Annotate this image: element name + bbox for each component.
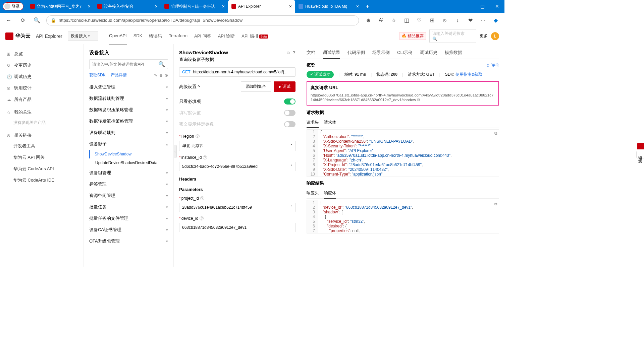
search-button[interactable]: 🔍 bbox=[32, 16, 42, 25]
copilot-icon[interactable]: ◆ bbox=[491, 16, 500, 25]
result-tab[interactable]: 代码示例 bbox=[347, 48, 365, 59]
collections-icon[interactable]: ♡ bbox=[415, 16, 424, 25]
project-id-select[interactable]: 28add376c01e4a61ac8b621c714bf459˅ bbox=[179, 203, 296, 212]
region-select[interactable]: 华北-北京四˅ bbox=[179, 141, 296, 151]
sidebar-item[interactable]: ↻变更历史 bbox=[0, 60, 84, 71]
tree-group[interactable]: 资源空间管理▾ bbox=[84, 190, 173, 201]
nav-tab[interactable]: 错误码 bbox=[149, 32, 162, 41]
advanced-settings[interactable]: 高级设置 ^ bbox=[179, 84, 200, 90]
get-sdk-link[interactable]: 获取SDK bbox=[89, 72, 106, 78]
nav-tab[interactable]: API 编排Beta bbox=[241, 32, 268, 41]
result-tab[interactable]: CLI示例 bbox=[397, 48, 413, 59]
result-tab[interactable]: 模拟数据 bbox=[445, 48, 462, 59]
instance-id-select[interactable]: 5d6cfc34-badb-4d72-956e-897b512a9eed˅ bbox=[179, 162, 296, 171]
related-link[interactable]: 华为云 CodeArts IDE bbox=[0, 175, 84, 186]
refresh-button[interactable]: ⟳ bbox=[18, 16, 28, 25]
split-icon[interactable]: ◫ bbox=[402, 16, 411, 25]
new-tab-button[interactable]: + bbox=[362, 3, 373, 10]
close-tab-icon[interactable]: × bbox=[356, 4, 359, 9]
tree-group[interactable]: 批量任务▾ bbox=[84, 201, 173, 213]
read-aloud-icon[interactable]: A⁾ bbox=[376, 16, 386, 25]
related-link[interactable]: 开发者工具 bbox=[0, 140, 84, 152]
tree-group[interactable]: 数据转发积压策略管理▾ bbox=[84, 104, 173, 116]
show-secret-toggle[interactable] bbox=[284, 121, 296, 127]
panel-collapse-handle[interactable]: ‹ bbox=[174, 145, 177, 158]
service-select[interactable]: 设备接入 ▾ bbox=[68, 31, 98, 41]
inner-tab[interactable]: 请求体 bbox=[324, 118, 336, 128]
sidebar-item[interactable]: ⊙调用统计 bbox=[0, 82, 84, 94]
copy-url-icon[interactable]: ⧉ bbox=[417, 98, 420, 102]
close-tab-icon[interactable]: × bbox=[222, 4, 225, 9]
help-icon[interactable]: ? bbox=[292, 50, 296, 55]
related-link[interactable]: 华为云 API 网关 bbox=[0, 152, 84, 163]
help-icon[interactable]: ? bbox=[196, 134, 200, 138]
lang-icon[interactable]: ⊕ bbox=[159, 73, 163, 78]
tree-api-item[interactable]: UpdateDeviceShadowDesiredData bbox=[84, 158, 173, 167]
tree-group[interactable]: 设备联动规则▾ bbox=[84, 127, 173, 138]
minimize-button[interactable]: — bbox=[460, 0, 475, 13]
browser-tab[interactable]: 管理控制台 - 统一身份认× bbox=[161, 0, 228, 13]
nav-search[interactable]: 请输入关键词搜索 🔍 bbox=[429, 29, 476, 43]
downloads-icon[interactable]: ↓ bbox=[453, 16, 462, 25]
result-tab[interactable]: 调试结果 bbox=[323, 48, 340, 59]
tree-group[interactable]: 批量任务的文件管理▾ bbox=[84, 213, 173, 224]
maximize-button[interactable]: ▢ bbox=[475, 0, 490, 13]
help-icon[interactable]: ? bbox=[200, 196, 204, 200]
my-follow-section[interactable]: ☆ 我的关注 bbox=[0, 105, 84, 117]
favorite-icon[interactable]: ☆ bbox=[389, 16, 398, 25]
add-to-collection-button[interactable]: 添加到集合 bbox=[241, 81, 271, 92]
close-tab-icon[interactable]: × bbox=[289, 4, 292, 9]
tree-group[interactable]: 设备组管理▾ bbox=[84, 167, 173, 179]
close-tab-icon[interactable]: × bbox=[88, 4, 91, 9]
result-tab[interactable]: 场景示例 bbox=[372, 48, 390, 59]
tree-group[interactable]: OTA升级包管理▾ bbox=[84, 235, 173, 247]
device-id-input[interactable]: 663cb18871d845632a0912e7_dev1 bbox=[179, 223, 296, 232]
product-name[interactable]: API Explorer bbox=[36, 33, 62, 39]
sdk-guide-link[interactable]: 使用指南&获取 bbox=[455, 72, 482, 77]
only-required-toggle[interactable] bbox=[284, 98, 296, 105]
tree-group[interactable]: 设备CA证书管理▾ bbox=[84, 224, 173, 235]
debug-button[interactable]: 调试 bbox=[274, 81, 296, 92]
nav-tab[interactable]: Terraform bbox=[169, 32, 187, 41]
nav-tab[interactable]: SDK bbox=[133, 32, 143, 41]
fill-default-toggle[interactable] bbox=[284, 110, 296, 116]
inner-tab[interactable]: 响应体 bbox=[324, 188, 336, 199]
help-icon[interactable]: ? bbox=[200, 216, 204, 220]
browser-tab[interactable]: Huaweicloud IoTDA Mq× bbox=[295, 0, 362, 13]
api-search[interactable]: 🔍 bbox=[89, 59, 168, 69]
nav-tab[interactable]: API 问答 bbox=[194, 32, 211, 41]
user-avatar[interactable]: L bbox=[491, 32, 499, 40]
result-tab[interactable]: 调试历史 bbox=[420, 48, 437, 59]
product-detail-link[interactable]: 产品详情 bbox=[111, 72, 127, 78]
url-input[interactable]: 🔒 https://console.huaweicloud.com/apiexp… bbox=[46, 15, 359, 25]
extensions-icon[interactable]: ⊞ bbox=[427, 16, 437, 25]
help-icon[interactable]: ? bbox=[203, 155, 207, 159]
menu-icon[interactable]: ⋯ bbox=[478, 16, 488, 25]
zoom-icon[interactable]: ⊕ bbox=[364, 16, 373, 25]
nav-tab[interactable]: OpenAPI bbox=[109, 32, 127, 41]
eval-link[interactable]: ☺ 评价 bbox=[486, 63, 499, 68]
tree-group[interactable]: 数据转发流控策略管理▾ bbox=[84, 116, 173, 127]
copy-code-icon[interactable]: ⧉ bbox=[494, 202, 497, 206]
smile-icon[interactable]: ☺ bbox=[286, 50, 290, 55]
tree-group[interactable]: 设备影子▴ bbox=[84, 138, 173, 150]
close-button[interactable]: ✕ bbox=[490, 0, 504, 13]
browser-tab[interactable]: API Explorer× bbox=[228, 0, 295, 13]
globe-icon[interactable]: ⊛ bbox=[165, 73, 168, 78]
inner-tab[interactable]: 响应头 bbox=[307, 188, 319, 198]
tree-group[interactable]: 标签管理▾ bbox=[84, 179, 173, 190]
sidebar-item[interactable]: 🕘调试历史 bbox=[0, 71, 84, 82]
back-button[interactable]: ← bbox=[4, 16, 13, 25]
tree-api-item[interactable]: ShowDeviceShadow bbox=[89, 150, 173, 158]
related-links-section[interactable]: ⊙ 相关链接 bbox=[0, 128, 84, 140]
shield-icon[interactable]: ⎋ bbox=[440, 16, 449, 25]
sidebar-item[interactable]: ⊞总览 bbox=[0, 48, 84, 60]
api-search-input[interactable] bbox=[92, 62, 158, 67]
result-tab[interactable]: 文档 bbox=[307, 48, 315, 59]
copy-code-icon[interactable]: ⧉ bbox=[494, 131, 497, 136]
tree-group[interactable]: 数据流转规则管理▾ bbox=[84, 93, 173, 104]
browser-tab[interactable]: 设备接入-控制台× bbox=[94, 0, 161, 13]
inner-tab[interactable]: 请求头 bbox=[307, 118, 319, 128]
sidebar-item[interactable]: ☁所有产品 bbox=[0, 94, 84, 105]
close-tab-icon[interactable]: × bbox=[155, 4, 158, 9]
